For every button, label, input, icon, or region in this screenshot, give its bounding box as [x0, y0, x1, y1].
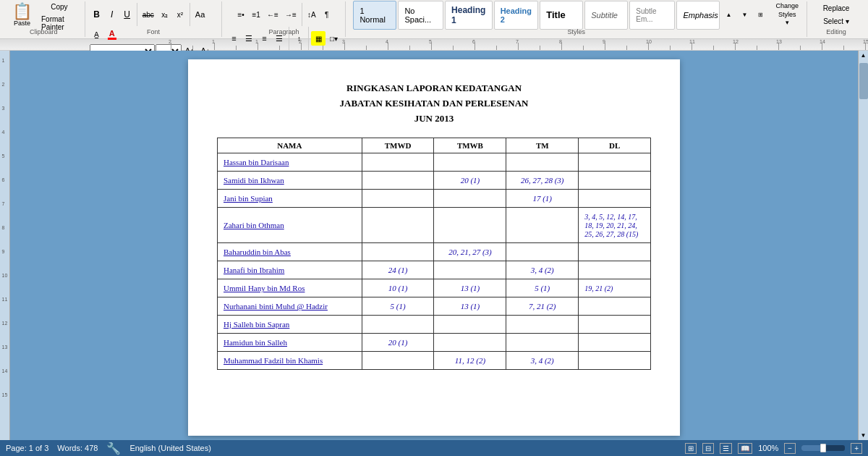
cell-tmwd — [362, 172, 434, 190]
replace-button[interactable]: Replace — [813, 3, 859, 14]
style-normal[interactable]: 1 Normal — [353, 1, 396, 30]
ruler-tick — [713, 39, 735, 50]
style-heading1[interactable]: Heading 1 — [445, 1, 493, 30]
highlight-button[interactable]: A̲ — [90, 27, 104, 41]
header-tmwd: TMWD — [362, 138, 434, 153]
style-title[interactable]: Title — [540, 1, 583, 30]
ruler-tick — [236, 39, 258, 50]
font-color-button[interactable]: A — [105, 27, 119, 41]
header-tmwb: TMWB — [434, 138, 506, 153]
italic-button[interactable]: I — [105, 7, 119, 22]
cell-tm: 26, 27, 28 (3) — [506, 172, 579, 190]
ruler-tick: 1 — [258, 39, 279, 50]
cell-name[interactable]: Hassan bin Darisaan — [218, 153, 362, 172]
bold-button[interactable]: B — [90, 7, 104, 22]
view-normal-button[interactable]: ⊞ — [685, 443, 697, 454]
cell-tm — [506, 208, 579, 243]
data-table: NAMA TMWD TMWB TM DL Hassan bin Darisaan… — [217, 138, 651, 370]
cell-tmwd: 5 (1) — [362, 297, 434, 316]
ruler-tick: 10 — [648, 39, 670, 50]
cell-name[interactable]: Samidi bin Ikhwan — [218, 172, 362, 190]
scroll-up-arrow[interactable]: ▲ — [859, 51, 868, 60]
vertical-scrollbar[interactable]: ▲ ▼ — [858, 51, 868, 440]
cell-name[interactable]: Hj Salleh bin Sapran — [218, 316, 362, 334]
style-subtle-emphasis[interactable]: Subtle Em... — [629, 1, 675, 30]
view-read-button[interactable]: 📖 — [738, 443, 752, 454]
header-tm: TM — [506, 138, 579, 153]
cell-dl: 19, 21 (2) — [579, 279, 651, 297]
cell-tmwb: 13 (1) — [434, 297, 506, 316]
ruler-tick: 5 — [431, 39, 453, 50]
ruler-tick — [409, 39, 431, 50]
cell-name[interactable]: Muhammad Fadzil bin Khamis — [218, 352, 362, 370]
zoom-slider[interactable] — [801, 445, 845, 451]
show-para-button[interactable]: ¶ — [320, 7, 334, 22]
sort-button[interactable]: ↕A — [305, 7, 319, 22]
clipboard-label: Clipboard — [30, 28, 58, 35]
text-effects-button[interactable]: Aa — [192, 7, 208, 22]
ruler-tick: 9 — [605, 39, 626, 50]
cell-name[interactable]: Nurhanani binti Muhd @ Hadzir — [218, 297, 362, 316]
styles-expand[interactable]: ⊞ — [753, 8, 767, 22]
cell-tmwb: 11, 12 (2) — [434, 352, 506, 370]
ruler-tick: 4 — [388, 39, 409, 50]
style-emphasis[interactable]: Emphasis — [676, 1, 720, 30]
ruler-tick — [453, 39, 475, 50]
zoom-out-button[interactable]: − — [784, 443, 796, 454]
document-area[interactable]: RINGKASAN LAPORAN KEDATANGAN JABATAN KES… — [10, 51, 858, 440]
font-group: B I U abc x₂ x² Aa A̲ A A↑ A↓ ✗ Font — [85, 1, 223, 37]
cell-name[interactable]: Zahari bin Othman — [218, 208, 362, 243]
increase-indent-button[interactable]: →≡ — [282, 7, 299, 22]
cell-tmwd — [362, 153, 434, 172]
paragraph-group: ≡• ≡1 ←≡ →≡ ↕A ¶ ≡ ☰ ≡ ☰ ↕ ▦ □▾ Paragrap… — [222, 1, 346, 37]
superscript-button[interactable]: x² — [173, 7, 187, 22]
style-heading2[interactable]: Heading 2 — [494, 1, 539, 30]
change-styles-button[interactable]: ChangeStyles ▾ — [772, 0, 802, 31]
cell-dl — [579, 153, 651, 172]
paragraph-label: Paragraph — [268, 28, 299, 35]
view-outline-button[interactable]: ☰ — [720, 443, 732, 454]
strikethrough-button[interactable]: abc — [140, 7, 157, 22]
cell-name[interactable]: Baharuddin bin Abas — [218, 243, 362, 261]
cell-tmwd: 10 (1) — [362, 279, 434, 297]
cell-tmwb — [434, 190, 506, 208]
ruler-tick: 7 — [518, 39, 540, 50]
styles-scroll-down[interactable]: ▼ — [737, 8, 752, 22]
ruler-tick — [279, 39, 301, 50]
cell-name[interactable]: Hanafi bin Ibrahim — [218, 261, 362, 279]
style-subtitle[interactable]: Subtitle — [584, 1, 628, 30]
ruler-tick — [323, 39, 344, 50]
bullet-list-button[interactable]: ≡• — [234, 7, 248, 22]
cell-dl — [579, 190, 651, 208]
scroll-thumb[interactable] — [859, 63, 868, 99]
ruler-tick: 2 — [301, 39, 323, 50]
subscript-button[interactable]: x₂ — [158, 7, 172, 22]
cell-tmwb — [434, 261, 506, 279]
ruler-tick — [670, 39, 692, 50]
view-layout-button[interactable]: ⊟ — [702, 443, 714, 454]
decrease-indent-button[interactable]: ←≡ — [264, 7, 281, 22]
cell-name[interactable]: Hamidun bin Salleh — [218, 334, 362, 352]
ruler-tick — [366, 39, 388, 50]
style-no-spacing[interactable]: No Spaci... — [398, 1, 443, 30]
copy-button[interactable]: Copy — [38, 0, 80, 14]
cell-tmwb — [434, 208, 506, 243]
paste-button[interactable]: 📋 Paste — [7, 0, 37, 31]
underline-button[interactable]: U — [120, 7, 135, 22]
scroll-down-arrow[interactable]: ▼ — [859, 431, 868, 440]
cell-tmwd — [362, 190, 434, 208]
ruler-tick — [843, 39, 865, 50]
cell-name[interactable]: Jani bin Supian — [218, 190, 362, 208]
cell-name[interactable]: Ummil Hany bin Md Ros — [218, 279, 362, 297]
styles-scroll-up[interactable]: ▲ — [721, 8, 736, 22]
select-button[interactable]: Select ▾ — [813, 16, 859, 28]
ruler-tick: 1 — [214, 39, 236, 50]
number-list-button[interactable]: ≡1 — [249, 7, 263, 22]
ruler-tick: 15 — [865, 39, 868, 50]
editing-label: Editing — [826, 28, 846, 35]
document-page: RINGKASAN LAPORAN KEDATANGAN JABATAN KES… — [188, 59, 680, 436]
cell-tmwb: 13 (1) — [434, 279, 506, 297]
cell-dl — [579, 316, 651, 334]
clipboard-group: 📋 Paste Copy Format Painter Clipboard — [3, 1, 85, 37]
zoom-in-button[interactable]: + — [851, 443, 862, 454]
